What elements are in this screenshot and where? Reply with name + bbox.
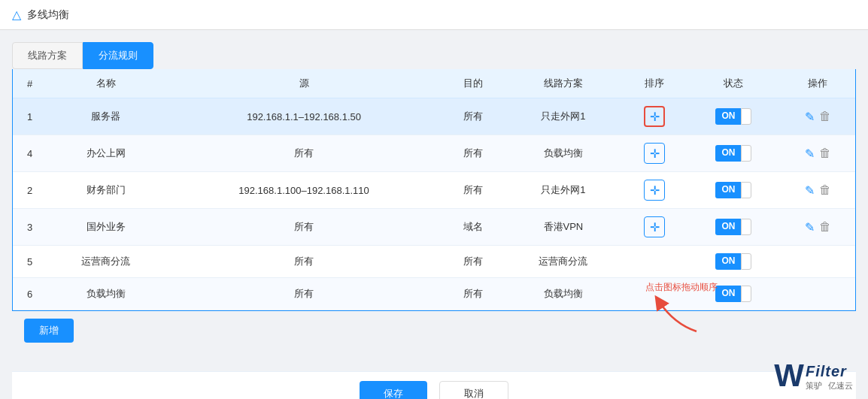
bottom-bar: 保存 取消 xyxy=(12,371,856,399)
cell-action: ✎🗑 xyxy=(781,172,855,209)
cell-id: 4 xyxy=(13,135,47,172)
tab-line-plan[interactable]: 线路方案 xyxy=(12,42,83,69)
cell-source: 192.168.1.1–192.168.1.50 xyxy=(165,98,443,135)
cell-sort: ✛ xyxy=(623,209,687,246)
cell-sort xyxy=(623,278,687,310)
footer-area: 新增 xyxy=(12,311,856,371)
table-row: 5运营商分流所有所有运营商分流ON xyxy=(13,246,855,278)
cell-action: ✎🗑 xyxy=(781,209,855,246)
cell-sort: ✛ xyxy=(623,135,687,172)
cell-sort: ✛ xyxy=(623,172,687,209)
toggle-on-label: ON xyxy=(715,253,741,270)
col-header-source: 源 xyxy=(165,69,443,98)
toggle-on-label: ON xyxy=(715,219,741,235)
col-header-sort: 排序 xyxy=(623,69,687,98)
cell-status: ON xyxy=(687,172,780,209)
cell-status: ON xyxy=(687,135,780,172)
cell-source: 192.168.1.100–192.168.1.110 xyxy=(165,172,443,209)
delete-icon[interactable]: 🗑 xyxy=(819,183,831,197)
cell-plan: 香港VPN xyxy=(504,209,623,246)
cell-id: 1 xyxy=(13,98,47,135)
edit-icon[interactable]: ✎ xyxy=(805,183,815,198)
toggle-on-label: ON xyxy=(715,182,741,198)
col-header-action: 操作 xyxy=(781,69,855,98)
table-container: # 名称 源 目的 线路方案 排序 状态 操作 1服务器192.168.1.1–… xyxy=(12,69,856,311)
cell-dest: 所有 xyxy=(442,172,504,209)
cell-name: 财务部门 xyxy=(47,172,165,209)
cell-id: 6 xyxy=(13,278,47,310)
toggle-slider xyxy=(741,219,751,235)
toggle-wrapper[interactable]: ON xyxy=(715,182,751,198)
cell-dest: 所有 xyxy=(442,246,504,278)
cell-name: 负载均衡 xyxy=(47,278,165,310)
edit-icon[interactable]: ✎ xyxy=(805,110,815,124)
cancel-button[interactable]: 取消 xyxy=(439,381,508,399)
cell-action: ✎🗑 xyxy=(781,135,855,172)
tab-split-rule[interactable]: 分流规则 xyxy=(83,42,153,69)
cell-name: 国外业务 xyxy=(47,209,165,246)
cell-source: 所有 xyxy=(165,246,443,278)
cell-status: ON xyxy=(687,98,780,135)
cell-status: ON xyxy=(687,246,780,278)
save-button[interactable]: 保存 xyxy=(360,381,427,399)
edit-icon[interactable]: ✎ xyxy=(805,147,815,161)
edit-icon[interactable]: ✎ xyxy=(805,220,815,234)
col-header-name: 名称 xyxy=(47,69,165,98)
new-button[interactable]: 新增 xyxy=(24,319,74,343)
toggle-wrapper[interactable]: ON xyxy=(715,286,751,302)
cell-dest: 所有 xyxy=(442,98,504,135)
table-row: 1服务器192.168.1.1–192.168.1.50所有只走外网1✛ON✎🗑 xyxy=(13,98,855,135)
delete-icon[interactable]: 🗑 xyxy=(819,220,831,234)
cell-dest: 所有 xyxy=(442,135,504,172)
cell-status: ON xyxy=(687,278,780,310)
table-row: 2财务部门192.168.1.100–192.168.1.110所有只走外网1✛… xyxy=(13,172,855,209)
cell-status: ON xyxy=(687,209,780,246)
cell-plan: 运营商分流 xyxy=(504,246,623,278)
main-table: # 名称 源 目的 线路方案 排序 状态 操作 1服务器192.168.1.1–… xyxy=(13,69,855,310)
sort-handle[interactable]: ✛ xyxy=(644,106,665,127)
toggle-wrapper[interactable]: ON xyxy=(715,145,751,162)
cell-name: 运营商分流 xyxy=(47,246,165,278)
toggle-wrapper[interactable]: ON xyxy=(715,108,751,125)
toggle-slider xyxy=(741,286,751,302)
cell-dest: 所有 xyxy=(442,278,504,310)
main-content: 线路方案 分流规则 # 名称 源 目的 线路方案 排序 状态 操作 xyxy=(0,30,868,399)
sort-handle[interactable]: ✛ xyxy=(644,216,665,237)
col-header-id: # xyxy=(13,69,47,98)
toggle-slider xyxy=(741,253,751,270)
cell-id: 2 xyxy=(13,172,47,209)
table-header-row: # 名称 源 目的 线路方案 排序 状态 操作 xyxy=(13,69,855,98)
logo-icon: △ xyxy=(12,8,21,22)
cell-plan: 负载均衡 xyxy=(504,278,623,310)
cell-name: 办公上网 xyxy=(47,135,165,172)
cell-sort: ✛ xyxy=(623,98,687,135)
cell-plan: 只走外网1 xyxy=(504,172,623,209)
table-row: 4办公上网所有所有负载均衡✛ON✎🗑 xyxy=(13,135,855,172)
delete-icon[interactable]: 🗑 xyxy=(819,147,831,160)
cell-source: 所有 xyxy=(165,278,443,310)
toggle-slider xyxy=(741,182,751,198)
toggle-on-label: ON xyxy=(715,286,741,302)
cell-sort xyxy=(623,246,687,278)
sort-handle[interactable]: ✛ xyxy=(644,143,665,164)
cell-id: 5 xyxy=(13,246,47,278)
cell-plan: 负载均衡 xyxy=(504,135,623,172)
toggle-slider xyxy=(741,145,751,162)
top-bar: △ 多线均衡 xyxy=(0,0,868,30)
cell-action: ✎🗑 xyxy=(781,98,855,135)
cell-action xyxy=(781,246,855,278)
toggle-wrapper[interactable]: ON xyxy=(715,219,751,235)
toggle-wrapper[interactable]: ON xyxy=(715,253,751,270)
col-header-status: 状态 xyxy=(687,69,780,98)
page-title: 多线均衡 xyxy=(27,8,69,22)
toggle-on-label: ON xyxy=(715,108,741,125)
sort-handle[interactable]: ✛ xyxy=(644,180,665,201)
toggle-on-label: ON xyxy=(715,145,741,162)
cell-source: 所有 xyxy=(165,209,443,246)
table-row: 3国外业务所有域名香港VPN✛ON✎🗑 xyxy=(13,209,855,246)
delete-icon[interactable]: 🗑 xyxy=(819,110,831,123)
table-row: 6负载均衡所有所有负载均衡ON xyxy=(13,278,855,310)
col-header-dest: 目的 xyxy=(442,69,504,98)
cell-id: 3 xyxy=(13,209,47,246)
cell-name: 服务器 xyxy=(47,98,165,135)
